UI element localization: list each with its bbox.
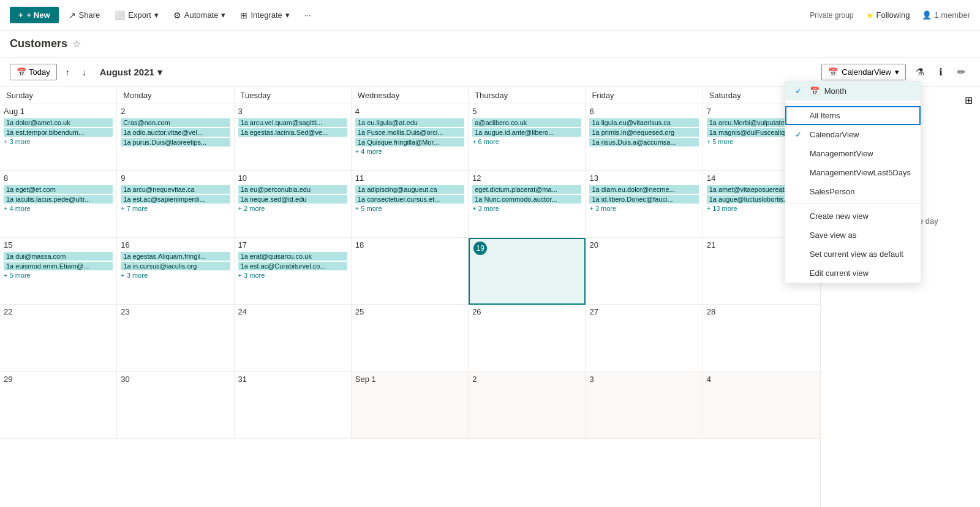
cal-cell-aug4[interactable]: 4 1a eu.ligula@at.edu 1a Fusce.mollis.Du… xyxy=(352,104,469,171)
more-link[interactable]: + 4 more xyxy=(4,205,113,212)
more-link[interactable]: + 5 more xyxy=(4,272,113,279)
panel-expand-button[interactable]: ⊞ xyxy=(965,94,973,106)
event-item[interactable]: 1a purus.Duis@laoreetips... xyxy=(121,138,230,147)
cal-cell-aug25[interactable]: 25 xyxy=(352,305,469,372)
cal-cell-aug20[interactable]: 20 xyxy=(586,238,703,305)
event-item[interactable]: 1a euismod.enim.Etiam@... xyxy=(4,262,113,270)
cal-cell-aug31[interactable]: 31 xyxy=(235,372,352,439)
event-item[interactable]: a@aclibero.co.uk xyxy=(472,118,581,127)
dropdown-month-item[interactable]: ✓ 📅 Month xyxy=(785,82,921,101)
event-item[interactable]: 1a id.libero.Donec@fauci... xyxy=(589,195,698,204)
cal-cell-aug9[interactable]: 9 1a arcu@nequevitae.ca 1a est.ac@sapien… xyxy=(117,171,234,238)
cal-cell-aug26[interactable]: 26 xyxy=(469,305,586,372)
month-selector[interactable]: August 2021 ▾ xyxy=(95,64,167,81)
cal-cell-aug17[interactable]: 17 1a erat@quisarcu.co.uk 1a est.ac@Cura… xyxy=(235,238,352,305)
event-item[interactable]: 1a in.cursus@iaculis.org xyxy=(121,262,230,270)
prev-month-button[interactable]: ↑ xyxy=(62,65,74,80)
new-button[interactable]: + + New xyxy=(10,7,59,23)
share-button[interactable]: ↗ Share xyxy=(64,7,105,23)
event-item[interactable]: 1a consectetuer.cursus.et... xyxy=(355,195,464,204)
following-button[interactable]: ★ Following xyxy=(861,8,915,23)
event-item[interactable]: 1a egestas.Aliquam.fringil... xyxy=(121,252,230,261)
cal-cell-aug18[interactable]: 18 xyxy=(352,238,469,305)
event-item[interactable]: 1a odio.auctor.vitae@vel... xyxy=(121,128,230,137)
calendar-view-dropdown-button[interactable]: 📅 CalendarView ▾ xyxy=(821,64,906,80)
info-button[interactable]: ℹ xyxy=(934,63,948,81)
cal-cell-aug15[interactable]: 15 1a dui@massa.com 1a euismod.enim.Etia… xyxy=(0,238,117,305)
cal-cell-aug2[interactable]: 2 Cras@non.com 1a odio.auctor.vitae@vel.… xyxy=(117,104,234,171)
event-item[interactable]: 1a adipiscing@augueut.ca xyxy=(355,185,464,194)
cal-cell-aug22[interactable]: 22 xyxy=(0,305,117,372)
event-item[interactable]: Cras@non.com xyxy=(121,118,230,127)
cal-cell-sep4[interactable]: 4 xyxy=(703,372,820,439)
edit-view-button[interactable]: ✏ xyxy=(952,63,970,81)
event-item[interactable]: 1a ligula.eu@vitaerisus.ca xyxy=(589,118,698,127)
event-item[interactable]: 1a primis.in@nequesed.org xyxy=(589,128,698,137)
more-link[interactable]: + 3 more xyxy=(589,205,698,212)
favorite-star-icon[interactable]: ☆ xyxy=(72,38,81,50)
more-link[interactable]: + 2 more xyxy=(238,205,347,212)
cal-cell-aug12[interactable]: 12 eget.dictum.placerat@ma... 1a Nunc.co… xyxy=(469,171,586,238)
event-item[interactable]: 1a Quisque.fringilla@Mor... xyxy=(355,138,464,147)
cal-cell-aug16[interactable]: 16 1a egestas.Aliquam.fringil... 1a in.c… xyxy=(117,238,234,305)
event-item[interactable]: 1a dui@massa.com xyxy=(4,252,113,261)
dropdown-management-view[interactable]: ManagementView xyxy=(785,144,921,163)
cal-cell-aug24[interactable]: 24 xyxy=(235,305,352,372)
cal-cell-aug13[interactable]: 13 1a diam.eu.dolor@necme... 1a id.liber… xyxy=(586,171,703,238)
cal-cell-aug6[interactable]: 6 1a ligula.eu@vitaerisus.ca 1a primis.i… xyxy=(586,104,703,171)
event-item[interactable]: 1a augue.id.ante@libero... xyxy=(472,128,581,137)
cal-cell-aug3[interactable]: 3 1a arcu.vel.quam@sagitti... 1a egestas… xyxy=(235,104,352,171)
more-link[interactable]: + 4 more xyxy=(355,148,464,155)
cal-cell-aug1[interactable]: Aug 1 1a dolor@amet.co.uk 1a est.tempor.… xyxy=(0,104,117,171)
event-item[interactable]: 1a iaculis.lacus.pede@ultr... xyxy=(4,195,113,204)
more-toolbar-button[interactable]: ··· xyxy=(300,7,316,23)
cal-cell-aug23[interactable]: 23 xyxy=(117,305,234,372)
dropdown-sales-person[interactable]: SalesPerson xyxy=(785,182,921,201)
dropdown-edit-view[interactable]: Edit current view xyxy=(785,264,921,283)
cal-cell-sep2[interactable]: 2 xyxy=(469,372,586,439)
more-link[interactable]: + 3 more xyxy=(4,138,113,145)
filter-button[interactable]: ⚗ xyxy=(911,63,929,81)
integrate-button[interactable]: ⊞ Integrate ▾ xyxy=(235,7,294,23)
dropdown-set-default[interactable]: Set current view as default xyxy=(785,245,921,264)
automate-button[interactable]: ⚙ Automate ▾ xyxy=(168,7,231,23)
more-link[interactable]: + 3 more xyxy=(472,205,581,212)
cal-cell-aug19-today[interactable]: 19 xyxy=(469,238,586,305)
cal-cell-sep1[interactable]: Sep 1 xyxy=(352,372,469,439)
more-link[interactable]: + 5 more xyxy=(355,205,464,212)
event-item[interactable]: 1a arcu.vel.quam@sagitti... xyxy=(238,118,347,127)
cal-cell-aug11[interactable]: 11 1a adipiscing@augueut.ca 1a consectet… xyxy=(352,171,469,238)
cal-cell-aug27[interactable]: 27 xyxy=(586,305,703,372)
event-item[interactable]: 1a diam.eu.dolor@necme... xyxy=(589,185,698,194)
more-link[interactable]: + 6 more xyxy=(472,138,581,145)
dropdown-create-new-view[interactable]: Create new view xyxy=(785,207,921,226)
more-link[interactable]: + 3 more xyxy=(238,272,347,279)
cal-cell-sep3[interactable]: 3 xyxy=(586,372,703,439)
dropdown-all-items[interactable]: All Items xyxy=(785,106,921,125)
next-month-button[interactable]: ↓ xyxy=(78,65,90,80)
today-button[interactable]: 📅 Today xyxy=(10,64,57,80)
event-item[interactable]: 1a arcu@nequevitae.ca xyxy=(121,185,230,194)
event-item[interactable]: 1a est.tempor.bibendum... xyxy=(4,128,113,137)
cal-cell-aug30[interactable]: 30 xyxy=(117,372,234,439)
event-item[interactable]: 1a risus.Duis.a@accumsa... xyxy=(589,138,698,147)
event-item[interactable]: 1a est.ac@sapienimperdi... xyxy=(121,195,230,204)
event-item[interactable]: 1a eu.ligula@at.edu xyxy=(355,118,464,127)
cal-cell-aug10[interactable]: 10 1a eu@perconubia.edu 1a neque.sed@id.… xyxy=(235,171,352,238)
dropdown-calendar-view[interactable]: ✓ CalendarView xyxy=(785,125,921,144)
event-item[interactable]: 1a erat@quisarcu.co.uk xyxy=(238,252,347,261)
event-item[interactable]: 1a est.ac@Curabiturvel.co... xyxy=(238,262,347,270)
cal-cell-aug29[interactable]: 29 xyxy=(0,372,117,439)
event-item[interactable]: 1a Fusce.mollis.Duis@orci... xyxy=(355,128,464,137)
event-item[interactable]: 1a eu@perconubia.edu xyxy=(238,185,347,194)
more-link[interactable]: + 3 more xyxy=(121,272,230,279)
event-item[interactable]: 1a egestas.lacinia.Sed@ve... xyxy=(238,128,347,137)
more-link[interactable]: + 7 more xyxy=(121,205,230,212)
event-item[interactable]: 1a dolor@amet.co.uk xyxy=(4,118,113,127)
dropdown-save-view-as[interactable]: Save view as xyxy=(785,226,921,245)
cal-cell-aug5[interactable]: 5 a@aclibero.co.uk 1a augue.id.ante@libe… xyxy=(469,104,586,171)
event-item[interactable]: eget.dictum.placerat@ma... xyxy=(472,185,581,194)
cal-cell-aug8[interactable]: 8 1a eget@et.com 1a iaculis.lacus.pede@u… xyxy=(0,171,117,238)
event-item[interactable]: 1a Nunc.commodo.auctor... xyxy=(472,195,581,204)
event-item[interactable]: 1a neque.sed@id.edu xyxy=(238,195,347,204)
